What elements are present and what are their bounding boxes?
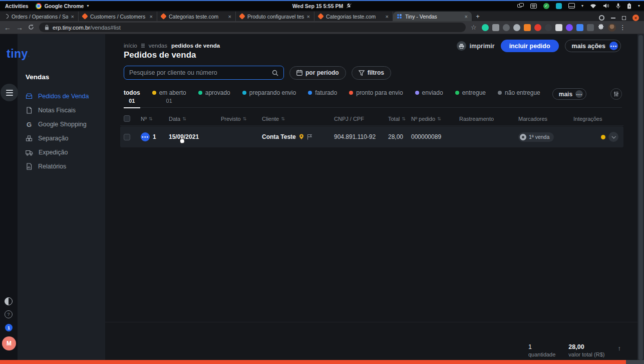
page-scrollbar[interactable] (637, 34, 644, 361)
tab-tiny-vendas[interactable]: Tiny - Vendas × (393, 12, 472, 21)
filters-button[interactable]: filtros (352, 66, 391, 80)
close-icon[interactable]: × (307, 14, 310, 20)
status-tab-enviado[interactable]: enviado (415, 87, 443, 108)
sidebar-toggle-button[interactable] (1, 84, 18, 101)
column-numero-pedido[interactable]: Nº pedido⇅ (411, 116, 459, 122)
flag-icon[interactable] (307, 134, 312, 140)
sidebar-item-pedidos-de-venda[interactable]: Pedidos de Venda (26, 89, 89, 103)
status-tab-todos[interactable]: todos 01 (124, 87, 140, 108)
table-row[interactable]: ●●●1 15/09/2021 Conta Teste 904.891.110-… (120, 126, 623, 147)
sidebar-item-expedicao[interactable]: Expedição (26, 145, 89, 159)
gray-extension-icon[interactable] (587, 24, 594, 31)
light-extension-icon[interactable] (555, 24, 562, 31)
slate-extension-icon[interactable] (492, 24, 499, 31)
sidebar-item-separacao[interactable]: Separação (26, 131, 89, 145)
search-input[interactable] (129, 69, 272, 76)
period-filter-button[interactable]: por período (289, 66, 346, 80)
close-icon[interactable]: × (386, 14, 389, 20)
column-total[interactable]: Total⇅ (388, 116, 411, 122)
forward-button[interactable]: → (16, 24, 23, 31)
teal-extension-icon[interactable] (482, 24, 489, 31)
browser-menu-icon[interactable]: ⋮ (619, 24, 626, 31)
update-ok-icon[interactable]: ✓ (543, 3, 549, 9)
close-icon[interactable]: × (150, 14, 153, 20)
status-tab-pronto-para-envio[interactable]: pronto para envio (349, 87, 403, 108)
select-all-checkbox[interactable] (124, 115, 130, 122)
column-settings-button[interactable] (610, 88, 622, 100)
chevron-down-icon[interactable]: ▾ (638, 4, 640, 8)
volume-icon[interactable] (603, 3, 609, 9)
map-pin-icon[interactable] (299, 134, 304, 140)
status-tab-em-aberto[interactable]: em aberto 01 (152, 87, 186, 108)
status-tab-entregue[interactable]: entregue (455, 87, 486, 108)
minimize-button[interactable] (611, 18, 615, 19)
marker-badge[interactable]: 1ª venda (518, 132, 554, 142)
sidebar-item-notas-fiscais[interactable]: Notas Fiscais (26, 103, 89, 117)
more-actions-button[interactable]: mais ações ●●● (565, 40, 621, 52)
status-tab-preparando-envio[interactable]: preparando envio (242, 87, 296, 108)
close-icon[interactable]: × (71, 14, 74, 20)
screen-cast-icon[interactable] (517, 3, 524, 9)
status-tab-faturado[interactable]: faturado (308, 87, 337, 108)
row-menu-button[interactable]: ●●● (141, 132, 150, 141)
column-data[interactable]: Data⇅ (169, 116, 221, 122)
status-tab-aprovado[interactable]: aprovado (198, 87, 230, 108)
close-window-button[interactable]: × (632, 15, 639, 21)
keyboard-layout-icon[interactable] (530, 4, 537, 9)
help-button[interactable]: ? (5, 310, 13, 318)
search-box[interactable] (124, 66, 284, 80)
blue-extension-icon[interactable] (576, 24, 583, 31)
back-button[interactable]: ← (4, 24, 11, 31)
row-expand-button[interactable] (608, 132, 618, 142)
column-cliente[interactable]: Cliente⇅ (262, 116, 334, 122)
close-icon[interactable]: × (228, 14, 231, 20)
app-menu[interactable]: Google Chrome ▾ (36, 3, 89, 9)
gear-extension-icon[interactable] (503, 24, 510, 31)
chevron-down-icon[interactable]: ▾ (581, 4, 583, 8)
status-tab-nao-entregue[interactable]: não entregue (498, 87, 540, 108)
reload-button[interactable] (28, 23, 34, 32)
print-button[interactable]: imprimir (457, 41, 495, 51)
dark-extension-icon[interactable] (545, 24, 552, 31)
red-extension-icon[interactable] (534, 24, 541, 31)
tab-orders-operations-sales[interactable]: Orders / Operations / Sales / × (0, 12, 79, 21)
tab-produto-configuravel[interactable]: Produto configuravel teste 2 × (236, 12, 314, 21)
add-order-button[interactable]: incluir pedido (501, 40, 559, 52)
profile-avatar[interactable] (608, 24, 616, 32)
column-numero[interactable]: Nº⇅ (141, 116, 169, 122)
row-checkbox[interactable] (124, 134, 130, 140)
theme-contrast-toggle[interactable] (5, 297, 13, 305)
sidebar-item-google-shopping[interactable]: G Google Shopping (26, 117, 89, 131)
sidebar-item-relatorios[interactable]: Relatórios (26, 159, 89, 173)
app-indicator-icon[interactable] (556, 3, 562, 9)
activities-button[interactable]: Activities (5, 3, 29, 9)
breadcrumb-vendas[interactable]: vendas (149, 43, 167, 49)
breadcrumb-inicio[interactable]: início (124, 43, 137, 49)
tab-customers[interactable]: Customers / Customers / Mag × (79, 12, 157, 21)
scrollbar-thumb[interactable] (638, 35, 643, 360)
profile-extension-icon[interactable] (513, 24, 520, 31)
purple-extension-icon[interactable] (566, 24, 573, 31)
integration-dot-icon[interactable] (601, 135, 605, 139)
new-tab-button[interactable]: + (472, 12, 484, 21)
maximize-button[interactable] (622, 16, 626, 20)
battery-icon[interactable] (627, 3, 631, 9)
tiny-logo[interactable]: tiny◦ (7, 47, 30, 61)
orange-extension-icon[interactable] (524, 24, 531, 31)
notification-badge[interactable]: 1 (5, 324, 13, 331)
extensions-puzzle-icon[interactable] (597, 23, 604, 32)
bookmark-star-icon[interactable]: ☆ (471, 24, 477, 31)
tab-categorias-2[interactable]: Categorias teste.com × (314, 12, 393, 21)
window-circle-icon[interactable] (599, 15, 604, 21)
more-statuses-button[interactable]: mais ●●● (552, 88, 586, 100)
clock-menu[interactable]: Wed Sep 15 5:55 PM (292, 3, 352, 9)
window-selector-icon[interactable] (568, 3, 575, 9)
close-icon[interactable]: × (465, 14, 468, 20)
user-avatar[interactable]: M (2, 336, 16, 350)
wifi-icon[interactable] (590, 4, 596, 9)
microphone-icon[interactable] (616, 3, 620, 9)
column-previsto[interactable]: Previsto⇅ (221, 116, 262, 122)
url-bar[interactable]: erp.tiny.com.br/vendas#list (39, 23, 466, 32)
scroll-top-icon[interactable]: ↑ (618, 344, 621, 352)
tab-categorias-1[interactable]: Categorias teste.com × (157, 12, 236, 21)
